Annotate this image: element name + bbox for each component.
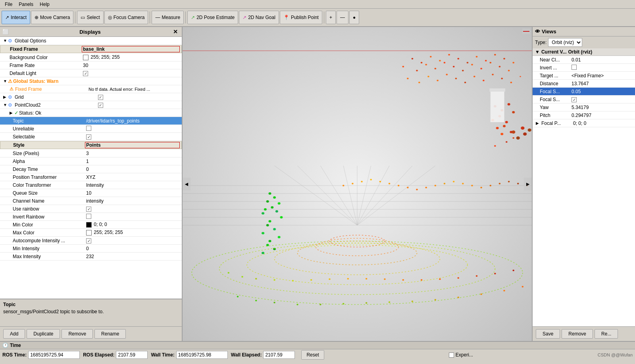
views-section-arrow[interactable]: ▼: [535, 49, 540, 55]
global-options-arrow[interactable]: ▼: [3, 38, 8, 43]
invert-rainbow-row[interactable]: Invert Rainbow: [0, 213, 182, 221]
measure-button[interactable]: — Measure: [152, 11, 184, 24]
status-ok-arrow[interactable]: ▶: [10, 111, 14, 115]
style-value[interactable]: Points: [85, 142, 180, 148]
use-rainbow-row[interactable]: Use rainbow: [0, 205, 182, 213]
autocompute-checkbox[interactable]: [86, 238, 91, 243]
invert-row[interactable]: Invert ...: [533, 64, 635, 72]
position-transformer-row[interactable]: Position Transformer XYZ: [0, 173, 182, 181]
min-color-row[interactable]: Min Color 0; 0; 0: [0, 221, 182, 229]
topic-row[interactable]: Topic /driver/lidar/rs_top_points: [0, 117, 182, 125]
invert-rainbow-checkbox[interactable]: [86, 214, 91, 219]
global-status-arrow[interactable]: ▼: [3, 79, 8, 83]
pointcloud2-checkbox[interactable]: [98, 103, 103, 108]
svg-point-147: [499, 183, 501, 184]
autocompute-row[interactable]: Autocompute Intensity ...: [0, 237, 182, 245]
grid-label: Grid: [14, 94, 96, 100]
pointcloud2-row[interactable]: ▼ ⚙ PointCloud2: [0, 101, 182, 109]
style-row[interactable]: Style Points: [0, 141, 182, 149]
views-reset-button[interactable]: Re...: [595, 329, 618, 339]
watermark: CSDN @@Wufan: [598, 353, 633, 357]
viewport-arrow-right[interactable]: ►: [524, 178, 532, 190]
move-camera-button[interactable]: ⊕ Move Camera: [31, 11, 73, 24]
views-remove-button[interactable]: Remove: [562, 329, 593, 339]
distance-row[interactable]: Distance 13.7647: [533, 80, 635, 88]
fixed-frame-row[interactable]: Fixed Frame base_link: [0, 45, 182, 53]
menu-file[interactable]: File: [2, 1, 15, 8]
default-light-row[interactable]: Default Light: [0, 69, 182, 77]
frame-rate-row[interactable]: Frame Rate 30: [0, 61, 182, 69]
viewport[interactable]: ◄ ► —: [183, 27, 532, 341]
alpha-row[interactable]: Alpha 1: [0, 157, 182, 165]
add-button[interactable]: Add: [3, 329, 25, 339]
viewport-arrow-left[interactable]: ◄: [183, 178, 190, 190]
max-intensity-row[interactable]: Max Intensity 232: [0, 253, 182, 261]
color-transformer-row[interactable]: Color Transformer Intensity: [0, 181, 182, 189]
size-pixels-row[interactable]: Size (Pixels) 3: [0, 149, 182, 157]
reset-button[interactable]: Reset: [301, 350, 324, 360]
ros-elapsed-input[interactable]: [116, 351, 148, 359]
duplicate-button[interactable]: Duplicate: [27, 329, 60, 339]
remove-button[interactable]: Remove: [62, 329, 93, 339]
focal-scale-row[interactable]: Focal S... 0.05: [533, 88, 635, 96]
pointcloud2-arrow[interactable]: ▼: [3, 103, 8, 107]
pose-estimate-button[interactable]: ↗ 2D Pose Estimate: [187, 11, 238, 24]
pointcloud2-checkbox-value: [96, 102, 181, 108]
selectable-checkbox[interactable]: [86, 134, 91, 140]
menu-panels[interactable]: Panels: [15, 1, 37, 8]
max-color-row[interactable]: Max Color 255; 255; 255: [0, 229, 182, 237]
global-status-row[interactable]: ▼ ⚠ Global Status: Warn: [0, 77, 182, 85]
grid-arrow[interactable]: ▶: [3, 95, 8, 99]
displays-close-button[interactable]: ✕: [171, 29, 179, 35]
toolbar-plus-button[interactable]: +: [326, 11, 336, 24]
views-type-select[interactable]: Orbit (rviz): [548, 38, 582, 47]
target-row[interactable]: Target ... <Fixed Frame>: [533, 72, 635, 80]
views-current-section[interactable]: ▼ Current V... Orbit (rviz): [533, 48, 635, 56]
near-clip-row[interactable]: Near Cl... 0.01: [533, 56, 635, 64]
select-button[interactable]: ▭ Select: [77, 11, 103, 24]
wall-time-input[interactable]: [176, 351, 228, 359]
nav-goal-button[interactable]: ↗ 2D Nav Goal: [239, 11, 279, 24]
min-color-name: Min Color: [11, 222, 85, 228]
toolbar-circle-button[interactable]: ●: [349, 11, 359, 24]
toolbar-minus-button[interactable]: —: [337, 11, 348, 24]
ros-time-input[interactable]: [28, 351, 80, 359]
queue-size-value: 10: [85, 190, 180, 196]
focal-scale2-row[interactable]: Focal S...: [533, 96, 635, 103]
global-options-row[interactable]: ▼ ⚙ Global Options: [0, 37, 182, 45]
rename-button[interactable]: Rename: [94, 329, 126, 339]
min-intensity-row[interactable]: Min Intensity 0: [0, 245, 182, 253]
decay-time-row[interactable]: Decay Time 0: [0, 165, 182, 173]
focal-p-row[interactable]: ▶ Focal P... 0; 0; 0: [533, 119, 635, 127]
svg-point-81: [262, 212, 264, 215]
unreliable-row[interactable]: Unreliable: [0, 125, 182, 133]
svg-point-55: [508, 103, 510, 105]
displays-panel: ⬜ Displays ✕ ▼ ⚙ Global Options Fixed Fr…: [0, 27, 183, 341]
grid-row[interactable]: ▶ ⚙ Grid: [0, 93, 182, 101]
menu-help[interactable]: Help: [37, 1, 53, 8]
channel-name-row[interactable]: Channel Name intensity: [0, 197, 182, 205]
interact-button[interactable]: ↗ Interact: [2, 11, 30, 24]
focus-camera-button[interactable]: ◎ Focus Camera: [104, 11, 148, 24]
queue-size-row[interactable]: Queue Size 10: [0, 189, 182, 197]
selectable-row[interactable]: Selectable: [0, 133, 182, 141]
pitch-row[interactable]: Pitch 0.294797: [533, 111, 635, 119]
viewport-minimize-button[interactable]: —: [522, 29, 530, 34]
publish-point-button[interactable]: 📍 Publish Point: [280, 11, 322, 24]
invert-checkbox[interactable]: [572, 65, 577, 70]
grid-checkbox[interactable]: [98, 95, 103, 100]
use-rainbow-checkbox[interactable]: [86, 207, 91, 212]
pointcloud-visualization[interactable]: ◄ ► —: [183, 27, 532, 341]
status-ok-row[interactable]: ▶ ✓ Status: Ok: [0, 109, 182, 117]
focal-scale2-checkbox[interactable]: [572, 97, 577, 102]
unreliable-checkbox[interactable]: [86, 126, 91, 131]
views-save-button[interactable]: Save: [536, 329, 560, 339]
background-color-row[interactable]: Background Color 255; 255; 255: [0, 54, 182, 61]
fixed-frame-warn-row[interactable]: ⚠ Fixed Frame No tf data. Actual error: …: [0, 85, 182, 93]
default-light-checkbox[interactable]: [83, 71, 88, 76]
yaw-row[interactable]: Yaw 5.34179: [533, 103, 635, 111]
focal-p-arrow[interactable]: ▶: [536, 121, 541, 125]
wall-elapsed-input[interactable]: [263, 351, 295, 359]
experience-checkbox[interactable]: [449, 353, 454, 358]
fixed-frame-value[interactable]: base_link: [82, 46, 180, 52]
